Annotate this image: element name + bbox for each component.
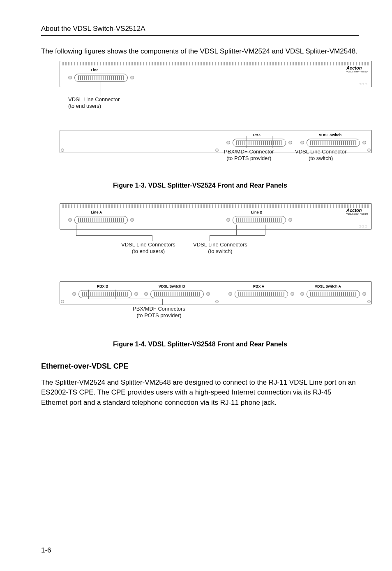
callout-vdsl-switch-connector: VDSL Line Connector (to switch) bbox=[295, 149, 346, 162]
brand-text: Accton bbox=[346, 208, 362, 213]
pbx-label: PBX bbox=[253, 133, 261, 137]
vm2548-rear-panel: PBX B VDSL Switch B PBX A VDSL Switch A bbox=[60, 281, 372, 304]
lineB-connector bbox=[233, 216, 286, 224]
vdsl-switch-label: VDSL Switch bbox=[319, 133, 341, 137]
callout-pbx-connector: PBX/MDF Connector (to POTS provider) bbox=[224, 149, 274, 162]
switchB-label: VDSL Switch B bbox=[159, 284, 185, 288]
regulatory-marks: ▢ ▢ ▢ bbox=[359, 225, 367, 227]
lineA-connector bbox=[74, 216, 128, 224]
vm2524-front-panel: Line Accton VDSL Splitter - VM2524 ▢ ▢ ▢ bbox=[60, 61, 372, 87]
callout-to-switch: VDSL Line Connectors (to switch) bbox=[193, 241, 247, 255]
lineA-label: Line A bbox=[91, 210, 102, 214]
switchB-connector bbox=[150, 290, 204, 298]
callout-line-connector: VDSL Line Connector (to end users) bbox=[68, 96, 120, 110]
figure-1-4-caption: Figure 1-4. VDSL Splitter-VS2548 Front a… bbox=[41, 341, 359, 348]
pbxA-label: PBX A bbox=[253, 284, 264, 288]
brand-model: VDSL Splitter - VM2524 bbox=[346, 70, 368, 73]
brand-text: Accton bbox=[346, 65, 362, 70]
callout-end-users: VDSL Line Connectors (to end users) bbox=[121, 241, 175, 255]
brand-model: VDSL Splitter - VM2548 bbox=[346, 213, 368, 215]
line-label: Line bbox=[91, 68, 99, 72]
figure-1-3-caption: Figure 1-3. VDSL Splitter-VS2524 Front a… bbox=[41, 182, 359, 189]
pbxA-connector bbox=[235, 290, 288, 298]
callout-pbx-connectors: PBX/MDF Connectors (to POTS provider) bbox=[133, 306, 185, 319]
page-number: 1-6 bbox=[41, 546, 51, 555]
switchA-connector bbox=[307, 290, 360, 298]
figure-1-3: Line Accton VDSL Splitter - VM2524 ▢ ▢ ▢… bbox=[41, 61, 359, 172]
lineB-label: Line B bbox=[251, 210, 263, 214]
vdsl-switch-connector bbox=[307, 139, 360, 147]
vm2548-front-panel: Line A Line B Accton VDSL Splitter - VM2… bbox=[60, 203, 372, 230]
intro-paragraph: The following figures shows the componen… bbox=[41, 46, 359, 57]
brand-logo: Accton VDSL Splitter - VM2548 bbox=[346, 208, 368, 215]
switchA-label: VDSL Switch A bbox=[315, 284, 341, 288]
section-body-cpe: The Splitter-VM2524 and Splitter-VM2548 … bbox=[41, 378, 359, 408]
brand-logo: Accton VDSL Splitter - VM2524 bbox=[346, 65, 368, 73]
pbxB-label: PBX B bbox=[97, 284, 108, 288]
header-rule bbox=[41, 35, 359, 36]
page-header: About the VDSL Switch-VS2512A bbox=[41, 25, 359, 33]
regulatory-marks: ▢ ▢ ▢ bbox=[359, 82, 367, 85]
section-heading-cpe: Ethernet-over-VDSL CPE bbox=[41, 362, 359, 371]
figure-1-4: Line A Line B Accton VDSL Splitter - VM2… bbox=[41, 203, 359, 331]
line-connector bbox=[74, 74, 128, 82]
pbx-connector bbox=[233, 139, 286, 147]
pbxB-connector bbox=[78, 290, 132, 298]
